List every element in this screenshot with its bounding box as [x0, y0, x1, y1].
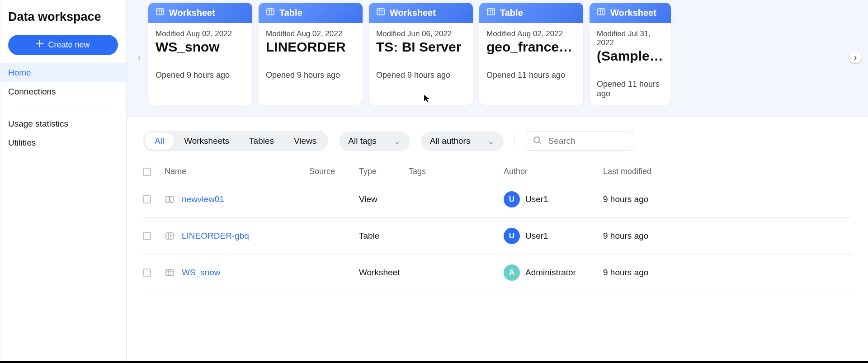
svg-rect-0 [156, 9, 164, 15]
view-icon [165, 194, 175, 204]
toolbar-divider [514, 133, 515, 149]
recent-card[interactable]: Worksheet Modified Jun 06, 2022 TS: BI S… [369, 3, 473, 105]
card-kind: Worksheet [169, 8, 215, 18]
table-row[interactable]: newview01 View U User1 9 hours ago [143, 181, 852, 218]
row-last-modified: 9 hours ago [603, 231, 693, 241]
recent-card[interactable]: Table Modified Aug 02, 2022 geo_france_p… [479, 3, 583, 105]
plus-icon [36, 40, 43, 50]
search-box[interactable] [526, 132, 633, 151]
main-panel: ‹ Worksheet Modified Aug 02, 2022 WS_sno… [127, 0, 868, 363]
chevron-down-icon: ⌄ [487, 136, 495, 146]
card-name: TS: BI Server [376, 39, 466, 55]
filter-toolbar: All Worksheets Tables Views All tags ⌄ A… [127, 117, 868, 162]
filter-tab-tables[interactable]: Tables [239, 132, 284, 150]
tags-filter-dropdown[interactable]: All tags ⌄ [339, 132, 410, 151]
table-icon [266, 7, 275, 19]
filter-tab-views[interactable]: Views [284, 132, 326, 150]
col-last-modified[interactable]: Last modified [603, 167, 693, 176]
nav-home[interactable]: Home [0, 63, 126, 82]
col-name[interactable]: Name [165, 167, 309, 176]
table-header-row: Name Source Type Tags Author Last modifi… [143, 162, 852, 181]
workspace-title: Data workspace [0, 0, 126, 35]
create-new-label: Create new [48, 40, 90, 50]
card-name: WS_snow [156, 39, 245, 55]
recent-cards-strip: ‹ Worksheet Modified Aug 02, 2022 WS_sno… [127, 0, 868, 117]
recent-card[interactable]: Worksheet Modified Jul 31, 2022 (Sample)… [590, 3, 671, 105]
card-modified: Modified Jun 06, 2022 [376, 29, 466, 38]
row-checkbox[interactable] [143, 269, 151, 277]
row-checkbox[interactable] [143, 232, 151, 240]
nav-utilities[interactable]: Utilities [0, 133, 126, 152]
recent-cards-row: Worksheet Modified Aug 02, 2022 WS_snow … [127, 3, 868, 105]
card-kind: Table [500, 8, 523, 18]
col-source[interactable]: Source [309, 167, 359, 176]
authors-filter-dropdown[interactable]: All authors ⌄ [421, 132, 504, 151]
row-last-modified: 9 hours ago [603, 268, 693, 278]
table-icon [165, 231, 175, 241]
nav-usage-statistics[interactable]: Usage statistics [0, 114, 126, 133]
svg-rect-6 [166, 196, 169, 203]
nav-divider [16, 108, 110, 108]
card-name: geo_france_pop… [486, 39, 576, 55]
data-table: Name Source Type Tags Author Last modifi… [127, 162, 868, 291]
table-row[interactable]: WS_snow Worksheet A Administrator 9 hour… [143, 255, 852, 291]
card-name: LINEORDER [266, 39, 355, 55]
avatar: U [504, 228, 520, 244]
card-name: (Sample) Retail [597, 48, 664, 64]
row-author: User1 [525, 231, 548, 241]
card-opened: Opened 9 hours ago [148, 64, 252, 86]
svg-rect-8 [166, 233, 173, 239]
card-opened: Opened 11 hours ago [479, 64, 583, 86]
sidebar: Data workspace Create new Home Connectio… [0, 0, 127, 363]
worksheet-icon [165, 268, 175, 278]
row-name-link[interactable]: WS_snow [182, 268, 221, 278]
card-kind: Worksheet [610, 8, 656, 18]
card-opened: Opened 9 hours ago [369, 64, 473, 86]
svg-rect-2 [377, 9, 384, 15]
row-author: Administrator [525, 268, 576, 278]
row-name-link[interactable]: LINEORDER-gbq [182, 231, 249, 241]
row-last-modified: 9 hours ago [603, 194, 693, 204]
row-author: User1 [525, 194, 548, 204]
avatar: U [504, 191, 520, 207]
row-name-link[interactable]: newview01 [182, 194, 224, 204]
card-opened: Opened 11 hours ago [590, 73, 671, 105]
filter-tab-worksheets[interactable]: Worksheets [174, 132, 239, 150]
svg-rect-3 [487, 9, 495, 15]
card-opened: Opened 9 hours ago [259, 64, 363, 86]
worksheet-icon [597, 7, 606, 19]
card-modified: Modified Aug 02, 2022 [156, 29, 245, 38]
recent-card[interactable]: Worksheet Modified Aug 02, 2022 WS_snow … [148, 3, 252, 105]
svg-rect-7 [170, 196, 173, 203]
row-type: View [359, 194, 409, 204]
authors-filter-label: All authors [430, 136, 471, 146]
svg-point-5 [534, 137, 539, 142]
col-author[interactable]: Author [504, 167, 603, 176]
card-kind: Table [279, 8, 302, 18]
col-tags[interactable]: Tags [409, 167, 504, 176]
row-type: Worksheet [359, 268, 409, 278]
card-modified: Modified Aug 02, 2022 [266, 29, 355, 38]
worksheet-icon [156, 7, 165, 19]
row-checkbox[interactable] [143, 195, 151, 203]
avatar: A [504, 264, 520, 281]
col-type[interactable]: Type [359, 167, 409, 176]
filter-tab-all[interactable]: All [145, 132, 174, 150]
card-modified: Modified Aug 02, 2022 [486, 29, 576, 38]
table-icon [486, 7, 495, 19]
chevron-left-icon: ‹ [138, 52, 141, 62]
scroll-right-button[interactable]: › [849, 51, 862, 63]
select-all-checkbox[interactable] [143, 168, 151, 176]
recent-card[interactable]: Table Modified Aug 02, 2022 LINEORDER Op… [259, 3, 363, 105]
search-icon [533, 136, 542, 146]
scroll-left-button[interactable]: ‹ [133, 51, 146, 63]
search-input[interactable] [547, 136, 656, 146]
svg-rect-1 [267, 9, 274, 15]
table-row[interactable]: LINEORDER-gbq Table U User1 9 hours ago [143, 218, 852, 255]
type-filter-segment: All Worksheets Tables Views [143, 131, 328, 151]
card-modified: Modified Jul 31, 2022 [597, 29, 664, 47]
svg-rect-9 [166, 269, 173, 276]
nav-connections[interactable]: Connections [0, 82, 126, 101]
row-type: Table [359, 231, 409, 241]
create-new-button[interactable]: Create new [8, 35, 118, 55]
